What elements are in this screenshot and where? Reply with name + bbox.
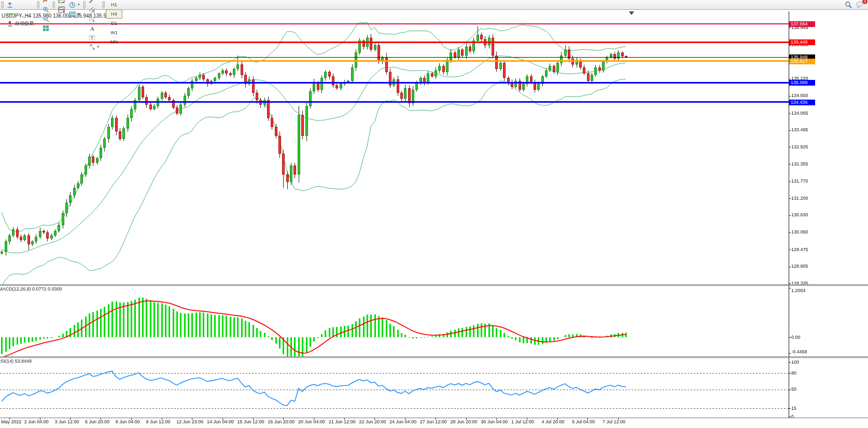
autotrading-icon	[7, 20, 13, 27]
arrows-icon	[89, 44, 95, 50]
separate-window-button[interactable]	[56, 5, 67, 14]
text-icon: A	[89, 25, 95, 32]
timeframe-d1[interactable]: D1	[106, 19, 122, 28]
time-axis-label: 1 Jul 12:00	[511, 419, 534, 424]
toolbar-right-group: 1	[843, 0, 866, 9]
macd-axis-label: -0.4458	[791, 350, 807, 354]
drawing-tools-group: EFAT▾	[87, 0, 102, 51]
chart-window: USDJPY-,H4 135.980 136.002 135.948 135.9…	[0, 10, 868, 428]
time-axis-label: 6 Jun 20:00	[85, 419, 109, 424]
macd-indicator-label: MACD(12,26,9) 0.0772 0.0300	[0, 286, 62, 292]
time-axis-label: May 2022	[1, 419, 22, 424]
time-axis-label: 15 Jun 12:00	[237, 419, 264, 424]
zoom-out-button[interactable]	[40, 14, 51, 23]
channel-button[interactable]: E	[87, 5, 102, 14]
arrows-button[interactable]: ▾	[87, 42, 102, 51]
window-button-group	[56, 0, 67, 14]
community-icon	[7, 2, 13, 8]
zoom-in-icon	[43, 6, 49, 13]
label-icon: T	[89, 34, 95, 41]
price-tick-label: 131.770	[791, 179, 808, 184]
macd-pane-separator[interactable]	[0, 285, 868, 286]
price-horizontal-line[interactable]	[0, 82, 789, 84]
price-tick-label: 131.200	[791, 196, 808, 201]
time-axis-label: 9 Jun 12:00	[146, 419, 171, 424]
price-line-tag: 135.089	[789, 80, 815, 86]
time-axis-label: 22 Jun 20:00	[359, 419, 386, 424]
rsi-axis-label: 100	[791, 360, 799, 365]
line-chart-icon	[43, 0, 49, 4]
price-tick-label: 128.905	[791, 264, 808, 269]
price-tick-label: 132.925	[791, 145, 808, 149]
indicator-window-button[interactable]	[56, 0, 67, 5]
macd-pane-separator[interactable]	[0, 284, 868, 285]
main-toolbar: 新订单自动交易 ▾▾▾ EFAT▾ M1M5M15M30H1H4D1W1MN 1	[0, 0, 868, 10]
time-axis-label: 21 Jun 12:00	[329, 419, 356, 424]
trendline-button[interactable]	[87, 0, 102, 5]
svg-text:F: F	[93, 19, 95, 22]
zoom-out-icon	[43, 16, 49, 22]
dropdown-button-group: ▾▾▾	[67, 0, 82, 19]
zoom-in-button[interactable]	[40, 5, 51, 14]
fibonacci-button[interactable]: F	[87, 14, 102, 23]
line-chart-button[interactable]	[40, 0, 51, 5]
clock-icon	[69, 2, 76, 8]
fibonacci-icon: F	[89, 16, 95, 22]
chart-canvas[interactable]	[0, 10, 868, 428]
toolbar-grip	[83, 1, 86, 8]
price-horizontal-line[interactable]	[0, 101, 789, 103]
community-button[interactable]	[5, 0, 36, 9]
price-tick-label: 134.065	[791, 111, 808, 116]
time-axis-label: 14 Jun 04:00	[207, 419, 234, 424]
time-axis-label: 3 Jun 12:00	[54, 419, 79, 424]
timeframe-mn[interactable]: MN	[106, 37, 122, 47]
timeframe-h1[interactable]: H1	[106, 0, 122, 9]
time-axis-label: 12 Jun 23:00	[176, 419, 203, 424]
chart-shift-marker[interactable]	[629, 11, 634, 15]
chart-type-group	[40, 0, 51, 33]
rsi-pane-separator[interactable]	[0, 356, 868, 357]
toolbar-grip	[102, 1, 105, 8]
price-tick-label: 130.630	[791, 213, 808, 217]
trendline-icon	[89, 0, 95, 4]
macd-axis-label: 0.00	[791, 335, 801, 340]
tile-windows-button[interactable]	[40, 23, 51, 33]
channel-icon: E	[89, 6, 95, 13]
timeframe-h4[interactable]: H4	[106, 9, 122, 19]
tile-icon	[43, 25, 49, 32]
rsi-axis-label: 15	[791, 406, 796, 411]
price-tick-label: 133.495	[791, 128, 808, 132]
price-tick-label: 129.475	[791, 247, 808, 252]
text-button[interactable]: A	[87, 23, 102, 33]
price-horizontal-line[interactable]	[0, 60, 789, 62]
time-axis-label: 30 Jun 04:00	[481, 419, 508, 424]
autotrading-button[interactable]: 自动交易	[5, 19, 36, 28]
rsi-axis-label: 80	[791, 371, 796, 376]
price-tick-label: 132.355	[791, 162, 808, 167]
search-button[interactable]	[843, 0, 854, 9]
time-axis-label: 20 Jun 04:00	[298, 419, 325, 424]
svg-text:E: E	[93, 10, 95, 13]
time-axis-label: 7 Jul 12:00	[603, 419, 625, 424]
signals-button[interactable]	[5, 9, 36, 19]
macd-axis-label: 1.2054	[791, 288, 806, 293]
svg-text:A: A	[90, 25, 94, 31]
price-tick-label: 130.060	[791, 230, 808, 234]
price-line-tag: 134.436	[789, 100, 815, 105]
template-icon	[69, 11, 76, 18]
time-axis-label: 27 Jun 12:00	[420, 419, 447, 424]
rsi-indicator-label: RSI(14) 53.8449	[0, 358, 32, 364]
template-button[interactable]: ▾	[67, 9, 82, 19]
periods-button[interactable]: ▾	[67, 0, 82, 9]
search-icon	[845, 1, 852, 8]
price-line-tag: 137.064	[789, 21, 815, 27]
text-label-button[interactable]: T	[87, 33, 102, 42]
dropdown-caret-icon: ▾	[78, 3, 80, 7]
rsi-axis-label: 0	[791, 415, 794, 419]
timeframe-w1[interactable]: W1	[106, 28, 122, 37]
notifications-button[interactable]: 1	[854, 0, 866, 9]
price-line-tag: 135.817	[789, 59, 815, 64]
rsi-pane-separator[interactable]	[0, 357, 868, 358]
time-axis-label: 4 Jul 20:00	[542, 419, 565, 424]
timeframe-group: M1M5M15M30H1H4D1W1MN	[106, 0, 122, 47]
